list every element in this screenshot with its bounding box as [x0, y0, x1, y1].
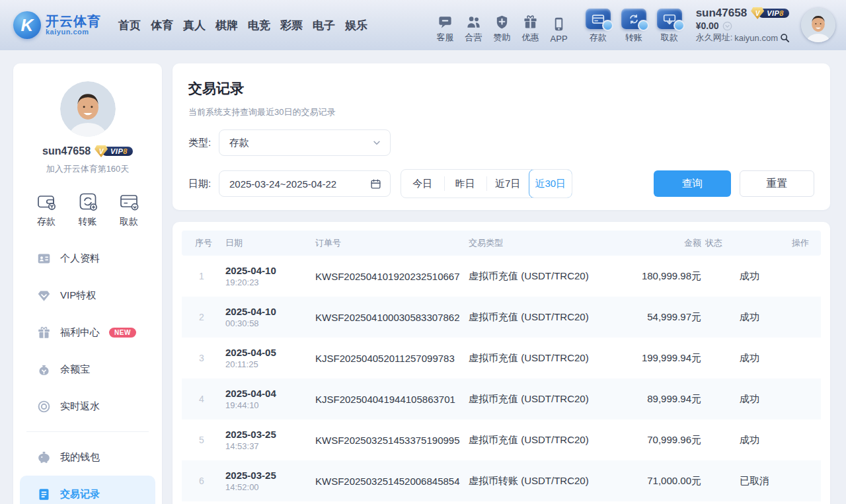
- topbar-promo-button[interactable]: 优惠: [522, 14, 539, 44]
- sidebar-transfer-button[interactable]: 转账: [77, 191, 98, 228]
- cell-type: 虚拟币充值 (USDT/TRC20): [465, 393, 630, 406]
- cell-status: 成功: [701, 352, 779, 365]
- balance: ¥0.00: [696, 20, 719, 31]
- topbar-app-button[interactable]: APP: [551, 16, 568, 44]
- cell-order-no: KWSF202503251453375190995: [311, 435, 465, 446]
- topbar-support-button[interactable]: 客服: [437, 14, 454, 44]
- range-active-button[interactable]: 近30日: [529, 169, 573, 198]
- page-subtitle: 当前系统支持查询最近30日的交易记录: [188, 106, 814, 118]
- profile-vip-badge[interactable]: V VIP8: [95, 145, 133, 157]
- nav-item[interactable]: 彩票: [280, 18, 303, 33]
- cell-date: 2025-04-1019:20:23: [221, 265, 311, 287]
- deposit-3d-icon: [586, 9, 611, 29]
- sidebar-quick-actions: 存款转账取款: [13, 191, 162, 228]
- permanent-url-label: 永久网址:: [696, 32, 733, 44]
- card-outline-icon: [118, 191, 139, 212]
- range-button[interactable]: 昨日: [444, 170, 487, 198]
- nav-item[interactable]: 棋牌: [215, 18, 238, 33]
- table-row: 4 2025-04-0419:44:10 KJSF202504041944105…: [182, 378, 821, 419]
- nav-item[interactable]: 电子: [313, 18, 335, 33]
- records-icon: [37, 487, 51, 501]
- cell-order-no: KWSF202504101920232510667: [311, 271, 465, 282]
- col-header: 操作: [779, 237, 821, 249]
- topbar: K 开云体育 kaiyun.com 首页体育真人棋牌电竞彩票电子娱乐 客服合营赞…: [0, 0, 846, 50]
- search-icon[interactable]: [780, 33, 790, 43]
- sidebar-withdraw-button[interactable]: 取款: [118, 191, 139, 228]
- yuebao-icon: [37, 363, 51, 377]
- col-header: 日期: [221, 237, 311, 249]
- chat-icon: [438, 14, 453, 30]
- col-header: 状态: [701, 237, 779, 249]
- table-body: 1 2025-04-1019:20:23 KWSF202504101920232…: [182, 256, 821, 501]
- table-header: 序号日期订单号交易类型金额状态操作: [182, 231, 821, 256]
- cell-status: 成功: [701, 311, 779, 324]
- cell-date: 2025-04-1000:30:58: [221, 306, 311, 328]
- topbar-transfer-button[interactable]: 转账: [621, 9, 646, 44]
- sidebar-item-profile[interactable]: 个人资料: [13, 240, 162, 277]
- sidebar-item-vip[interactable]: VIP特权: [13, 277, 162, 314]
- topbar-sponsor-button[interactable]: 赞助: [494, 14, 511, 44]
- range-button[interactable]: 近7日: [486, 170, 529, 198]
- cell-date: 2025-04-0419:44:10: [221, 388, 311, 410]
- cell-index: 1: [182, 271, 221, 281]
- reset-button[interactable]: 重置: [740, 170, 814, 197]
- sidebar-item-wallet[interactable]: 我的钱包: [13, 439, 162, 476]
- nav-item[interactable]: 真人: [183, 18, 206, 33]
- vip-icon: [37, 289, 51, 303]
- cell-status: 成功: [701, 270, 779, 283]
- cell-index: 5: [182, 435, 221, 445]
- sidebar-item-records[interactable]: 交易记录: [20, 476, 155, 504]
- cell-type: 虚拟币转账 (USDT/TRC20): [465, 475, 630, 487]
- date-range-input[interactable]: 2025-03-24~2025-04-22: [219, 170, 391, 197]
- topbar-withdraw-button[interactable]: 取款: [657, 9, 682, 44]
- nav-item[interactable]: 体育: [151, 18, 173, 33]
- sidebar-menu-secondary: 我的钱包交易记录: [13, 439, 162, 504]
- brand-logo[interactable]: K 开云体育 kaiyun.com: [13, 11, 101, 39]
- query-button[interactable]: 查询: [654, 170, 731, 197]
- table-row: 1 2025-04-1019:20:23 KWSF202504101920232…: [182, 256, 821, 297]
- transfer-3d-icon: [621, 9, 646, 29]
- new-badge: NEW: [109, 328, 136, 338]
- type-label: 类型:: [188, 137, 219, 149]
- cell-index: 3: [182, 353, 221, 363]
- permanent-url: kaiyun.com: [734, 33, 778, 43]
- sidebar-item-yuebao[interactable]: 余额宝: [13, 351, 162, 388]
- sidebar-item-rebate[interactable]: 实时返水: [13, 388, 162, 425]
- topbar-partners-button[interactable]: 合营: [465, 14, 482, 44]
- topbar-deposit-button[interactable]: 存款: [586, 9, 611, 44]
- cell-status: 已取消: [701, 475, 779, 487]
- type-select[interactable]: 存款: [219, 129, 391, 156]
- nav-item[interactable]: 电竞: [248, 18, 270, 33]
- cell-index: 6: [182, 476, 221, 486]
- filter-panel: 交易记录 当前系统支持查询最近30日的交易记录 类型: 存款 日期: 2025-…: [173, 63, 830, 210]
- nav-item[interactable]: 娱乐: [345, 18, 367, 33]
- balance-dropdown-icon[interactable]: [722, 21, 732, 31]
- sidebar-item-welfare[interactable]: 福利中心NEW: [13, 314, 162, 351]
- welfare-icon: [37, 326, 51, 340]
- profile-avatar[interactable]: [60, 81, 116, 137]
- sidebar-divider: [26, 431, 149, 432]
- col-header: 订单号: [311, 237, 465, 249]
- cell-date: 2025-03-2514:52:00: [221, 470, 311, 492]
- cell-order-no: KJSF202504041944105863701: [311, 394, 465, 405]
- cell-status: 成功: [701, 393, 779, 406]
- sidebar: sun47658 V VIP8 加入开云体育第160天 存款转账取款 个人资料V…: [13, 63, 162, 504]
- cell-amount: 199,999.94元: [630, 352, 701, 365]
- rebate-icon: [37, 400, 51, 414]
- transactions-table: 序号日期订单号交易类型金额状态操作 1 2025-04-1019:20:23 K…: [173, 222, 830, 504]
- nav-item[interactable]: 首页: [118, 18, 141, 33]
- sidebar-menu-primary: 个人资料VIP特权福利中心NEW余额宝实时返水: [13, 240, 162, 425]
- cell-amount: 89,999.94元: [630, 393, 701, 406]
- brand-logo-icon: K: [13, 11, 41, 39]
- cell-type: 虚拟币充值 (USDT/TRC20): [465, 434, 630, 447]
- cell-amount: 71,000.00元: [630, 475, 701, 487]
- cell-type: 虚拟币充值 (USDT/TRC20): [465, 270, 630, 283]
- wallet-outline-icon: [36, 191, 57, 212]
- cell-date: 2025-04-0520:11:25: [221, 347, 311, 369]
- vip-badge[interactable]: V VIP8: [751, 7, 789, 19]
- range-button[interactable]: 今日: [401, 170, 444, 198]
- profile-username: sun47658: [42, 145, 91, 157]
- sidebar-deposit-button[interactable]: 存款: [36, 191, 57, 228]
- avatar[interactable]: [801, 8, 835, 42]
- piggy-icon: [37, 450, 51, 464]
